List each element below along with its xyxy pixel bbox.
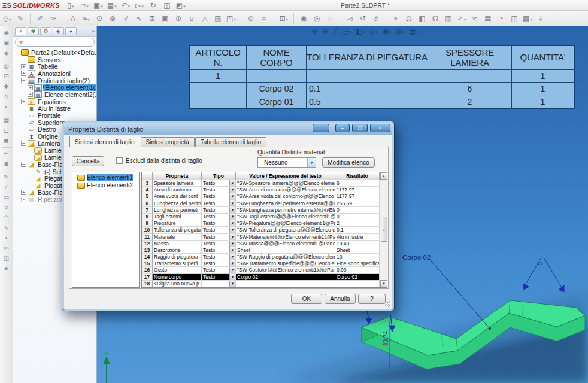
dialog-close-button[interactable]: × <box>370 124 390 132</box>
dimxpert-tab[interactable]: ◈ <box>53 27 64 35</box>
property-row[interactable]: 8Tagli esterniTesto▼"SW-Tagli esterni@@@… <box>142 214 380 220</box>
quantity-dropdown[interactable]: - Nessuno -▼ <box>257 157 316 168</box>
type-cell[interactable]: Testo <box>202 193 229 199</box>
sketch-entities-icon[interactable]: ✎ <box>0 172 13 183</box>
value-expression-cell[interactable]: "SW-Materiale@@@Elenco elementi1@Parte2.… <box>236 234 335 241</box>
mirror-icon[interactable]: ◫ <box>0 254 13 264</box>
type-cell[interactable]: Testo <box>202 267 229 273</box>
chevron-down-icon[interactable]: ▼ <box>229 193 235 199</box>
material-icon[interactable]: ◎ <box>312 13 322 24</box>
new-document-icon[interactable]: ▯▾ <box>66 0 75 11</box>
compare-icon[interactable]: ↧ <box>536 13 545 24</box>
property-row[interactable]: 14Raggio di piegaturaTesto▼"SW-Raggio di… <box>142 254 380 260</box>
panel-flyout-icon[interactable]: » <box>92 28 95 34</box>
blocks-icon[interactable]: ◰▾ <box>226 13 236 24</box>
property-row[interactable]: 12MassaTesto▼"SW-Massa@@@Elenco elementi… <box>142 241 380 247</box>
centerline-icon[interactable]: ⌗ <box>259 13 269 24</box>
property-row[interactable]: 11MaterialeTesto▼"SW-Materiale@@@Elenco … <box>142 234 380 241</box>
section-properties-icon[interactable]: ◧ <box>417 13 427 24</box>
std-views-icon[interactable]: ◈ <box>0 48 13 59</box>
surface-finish-icon[interactable]: √ <box>121 13 131 24</box>
expand-icon[interactable]: + <box>28 92 33 97</box>
open-icon[interactable]: ▱▾ <box>80 0 89 11</box>
spell-check-icon[interactable]: ✐ <box>35 13 45 24</box>
cutlist-folder-item[interactable]: Elenco elementi2 <box>72 181 139 189</box>
value-expression-cell[interactable]: "SW-Costo@@@Elenco elementi1@@Parte2.SL <box>236 267 335 273</box>
property-row[interactable]: 3Spessore lamieraTesto▼"SW-Spessore lami… <box>142 180 380 187</box>
value-expression-cell[interactable] <box>236 281 335 287</box>
smart-dimension-icon[interactable]: ✎ <box>16 13 25 24</box>
save-icon[interactable]: ▣▾ <box>93 0 103 11</box>
check-icon[interactable]: ✓▾ <box>457 13 466 24</box>
property-row[interactable]: 17Nome corpoTesto▼Corpo 02Corpo 02 <box>142 274 380 281</box>
expand-icon[interactable]: + <box>21 99 26 104</box>
chevron-down-icon[interactable]: ▼ <box>229 254 235 260</box>
property-row[interactable]: 10Tolleranza di piegatuTesto▼"SW-Tollera… <box>142 227 380 233</box>
type-cell[interactable]: Testo <box>202 207 229 213</box>
tab-tabella-elenco-di-taglio[interactable]: Tabella elenco di taglio <box>195 137 266 147</box>
mate-icon[interactable]: ∂ <box>371 13 381 24</box>
body-label[interactable]: Corpo 02 <box>402 254 431 261</box>
measure-icon[interactable]: ⌖ <box>391 13 401 24</box>
undo-icon[interactable]: ↶▾ <box>121 0 131 11</box>
appearance-icon[interactable]: ◉ <box>299 13 308 24</box>
expand-icon[interactable]: + <box>21 197 26 202</box>
chevron-down-icon[interactable]: ▼ <box>229 241 235 247</box>
layout-icon[interactable]: ◉ <box>0 28 13 38</box>
value-expression-cell[interactable]: "SW-Spessore lamiera@@@Elenco elementi1@… <box>236 180 335 187</box>
type-cell[interactable]: Testo <box>202 220 229 226</box>
offset-icon[interactable]: ≡ <box>0 264 13 274</box>
import-diag-icon[interactable]: ▩▾ <box>523 13 532 24</box>
type-cell[interactable]: Testo <box>202 214 229 220</box>
tab-sintesi-elenco-di-taglio[interactable]: Sintesi elenco di taglio <box>69 136 140 147</box>
property-row[interactable]: 15Trattamento superfiTesto▼"SW-Trattamen… <box>142 260 380 267</box>
type-cell[interactable]: Testo <box>202 180 229 186</box>
featuremanager-tab[interactable]: ⚘ <box>15 27 26 35</box>
propertymanager-tab[interactable]: ✾ <box>28 27 39 35</box>
property-name-cell[interactable]: Trattamento superfi <box>153 260 202 267</box>
cancel-button[interactable]: Annulla <box>325 294 356 304</box>
shaded-icon[interactable]: ◼ <box>0 136 13 146</box>
mass-properties-icon[interactable]: ⚖ <box>404 13 414 24</box>
spline-icon[interactable]: ∿ <box>0 223 13 233</box>
display-style-icon[interactable]: ▦ <box>0 115 13 126</box>
rebuild-icon[interactable]: ↻ <box>148 0 158 11</box>
trim-icon[interactable]: ✄ <box>0 244 13 254</box>
vertical-dimension[interactable]: 80.74 <box>383 331 389 346</box>
chevron-down-icon[interactable]: ▼ <box>229 187 235 193</box>
property-row[interactable]: 4Area di contornoTesto▼"SW-Area di conto… <box>142 187 380 193</box>
rotate-icon[interactable]: ↺ <box>358 13 368 24</box>
value-expression-cell[interactable]: "SW-Trattamento superficie@@@Elenco elem… <box>236 260 335 267</box>
type-cell[interactable]: Testo <box>202 200 229 206</box>
zoom-fit-icon[interactable]: ◎ <box>0 62 13 72</box>
revision-symbol-icon[interactable]: △ <box>200 13 210 24</box>
tree-item-elenco-elementi2-1[interactable]: +Elenco elementi2(1) <box>13 91 96 98</box>
tree-item-tabelle[interactable]: +Tabelle <box>13 63 96 70</box>
prev-view-icon[interactable]: ◐ <box>0 102 13 113</box>
displaymanager-tab[interactable]: ◕ <box>65 27 77 35</box>
type-cell[interactable]: Testo <box>202 187 229 193</box>
property-name-cell[interactable]: <Digita una nuova p <box>153 281 202 287</box>
scene-icon[interactable]: ◌ <box>325 13 335 24</box>
chevron-down-icon[interactable]: ▼ <box>229 227 235 233</box>
value-expression-cell[interactable]: "SW-Area di contorno@@@Elenco elementi1@… <box>236 187 335 193</box>
expand-icon[interactable]: + <box>28 85 33 90</box>
scroll-up-icon[interactable]: ▲ <box>380 172 387 180</box>
property-name-cell[interactable]: Materiale <box>153 234 202 241</box>
resize-grip[interactable] <box>383 300 390 307</box>
value-expression-cell[interactable]: "SW-Raggio di piegatura@@@Elenco element… <box>236 254 335 260</box>
file-properties-icon[interactable]: ◫ <box>162 0 172 11</box>
circle-icon[interactable]: ○ <box>0 203 13 213</box>
property-name-cell[interactable]: Costo <box>153 267 202 273</box>
chevron-down-icon[interactable]: ▼ <box>307 158 316 167</box>
line-icon[interactable]: ∕ <box>0 183 13 193</box>
area-hatch-icon[interactable]: ▨ <box>213 13 223 24</box>
property-row[interactable]: 9PiegatureTesto▼"SW-Piegature@@@Elenco e… <box>142 220 380 227</box>
select-icon[interactable]: ▻▾ <box>135 0 144 11</box>
type-cell[interactable]: Testo <box>202 260 229 266</box>
modify-list-button[interactable]: Modifica elenco <box>322 157 375 168</box>
cutlist-folder-item[interactable]: Elenco elementi1 <box>72 174 139 181</box>
property-name-cell[interactable]: Tagli esterni <box>153 214 202 220</box>
ok-button[interactable]: OK <box>291 294 322 304</box>
deviation-icon[interactable]: ≋ <box>470 13 480 24</box>
